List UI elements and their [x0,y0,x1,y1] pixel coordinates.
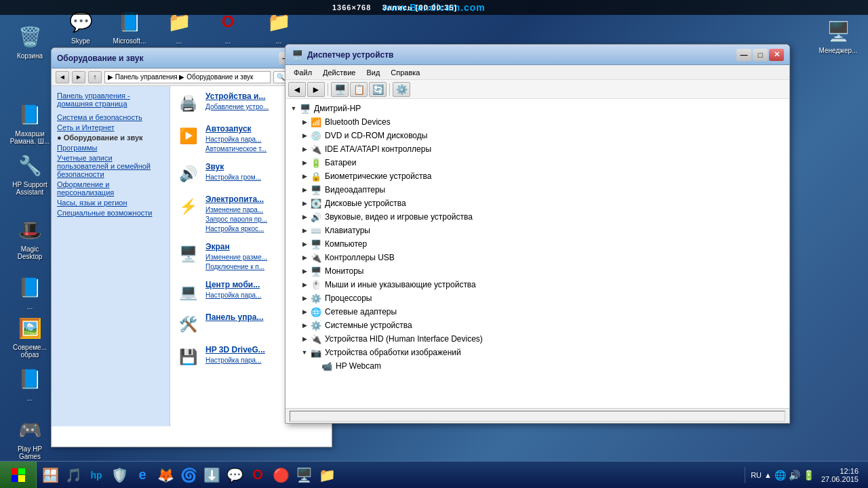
dm-tb-forward[interactable]: ► [307,82,325,97]
tree-bluetooth[interactable]: ▶ 📶 Bluetooth Devices [299,115,787,129]
tree-monitors[interactable]: ▶ 🖥️ Мониторы [299,264,787,278]
cp-sidebar-accounts[interactable]: Учетные записи пользователей и семейной … [57,154,164,178]
dm-menu-action[interactable]: Действие [317,67,361,78]
cp-address-field[interactable]: ▶ Панель управления ▶ Оборудование и зву… [104,71,271,83]
desktop-icon-magic[interactable]: 🎩 Magic Desktop [5,214,54,263]
root-expand-icon[interactable]: ▼ [288,103,299,114]
tree-battery[interactable]: ▶ 🔋 Батареи [299,156,787,169]
cp-up-button[interactable]: ↑ [88,71,102,83]
cp-sound-title[interactable]: Звук [205,162,261,171]
bluetooth-expand-icon[interactable]: ▶ [299,117,310,127]
dvd-expand-icon[interactable]: ▶ [299,130,310,141]
cp-screen-title[interactable]: Экран [205,242,267,251]
video-expand-icon[interactable]: ▶ [299,184,310,195]
cp-home-link[interactable]: Панель управления - домашняя страница [57,92,164,108]
tree-root[interactable]: ▼ 🖥️ Дмитрий-НР [288,102,787,115]
taskbar-icon-security[interactable]: 🛡️ [108,464,130,486]
imaging-expand-icon[interactable]: ▼ [299,347,310,358]
dm-menu-help[interactable]: Справка [385,67,425,78]
desktop-icon-play[interactable]: 🎮 Play HP Games [5,413,54,463]
taskbar-icon-screen[interactable]: 🖥️ [293,464,315,486]
dm-titlebar[interactable]: 🖥️ Диспетчер устройств — □ ✕ [285,45,789,65]
cp-sidebar-accessibility[interactable]: Специальные возможности [57,209,164,217]
dm-close-button[interactable]: ✕ [769,49,784,61]
cp-power-link3[interactable]: Настройка яркос... [205,224,267,234]
taskbar-icon-explorer[interactable]: 🪟 [39,464,61,486]
cp-sidebar-network[interactable]: Сеть и Интернет [57,123,164,131]
usb-expand-icon[interactable]: ▶ [299,252,310,263]
cp-back-button[interactable]: ◄ [56,71,69,83]
cp-autoplay-link1[interactable]: Настройка пара... [205,135,267,144]
desktop-icon-modern[interactable]: 🖼️ Совреме... образ [5,312,54,361]
taskbar-icon-red[interactable]: 🔴 [270,464,292,486]
desktop-icon-word3[interactable]: 📘 ... [5,363,54,405]
dm-minimize-button[interactable]: — [736,49,751,61]
tree-hid[interactable]: ▶ 🔌 Устройства HID (Human Interface Devi… [299,332,787,346]
tray-icon-volume[interactable]: 🔊 [789,470,800,481]
tree-dvd[interactable]: ▶ 💿 DVD и CD-ROM дисководы [299,129,787,142]
taskbar-icon-opera[interactable]: O [247,464,269,486]
taskbar-icon-media[interactable]: 🎵 [62,464,84,486]
cp-hp3d-title[interactable]: HP 3D DriveG... [205,345,265,354]
desktop-icon-manager[interactable]: 🖥️ Менеджер... [814,15,863,57]
taskbar-icon-torrent[interactable]: ⬇️ [201,464,222,486]
sound-expand-icon[interactable]: ▶ [299,211,310,222]
taskbar-icon-hp[interactable]: hp [85,464,107,486]
tree-keyboard[interactable]: ▶ ⌨️ Клавиатуры [299,224,787,237]
desktop-icon-word2[interactable]: 📘 ... [5,271,54,313]
cp-screen-link1[interactable]: Изменение разме... [205,253,267,262]
start-button[interactable] [0,462,37,489]
system-expand-icon[interactable]: ▶ [299,320,310,331]
dm-tb-back[interactable]: ◄ [288,82,306,97]
network-expand-icon[interactable]: ▶ [299,306,310,317]
cp-power-title[interactable]: Электропита... [205,195,267,204]
cp-sidebar-clock[interactable]: Часы, язык и регион [57,199,164,207]
taskbar-icon-firefox[interactable]: 🦊 [155,464,176,486]
tree-webcam[interactable]: ▶ 📹 HP Webcam [310,359,787,373]
cp-sidebar-appearance[interactable]: Оформление и персонализация [57,180,164,197]
cp-mobility-link1[interactable]: Настройка пара... [205,291,261,300]
computer-expand-icon[interactable]: ▶ [299,239,310,249]
tree-usb[interactable]: ▶ 🔌 Контроллеры USB [299,251,787,264]
taskbar-icon-chrome[interactable]: 🌀 [178,464,199,486]
mouse-expand-icon[interactable]: ▶ [299,279,310,290]
dm-tb-properties[interactable]: ⚙️ [393,82,410,97]
hid-expand-icon[interactable]: ▶ [299,333,310,344]
dm-tb-btn3[interactable]: 🔄 [369,82,387,97]
disk-expand-icon[interactable]: ▶ [299,198,310,209]
cp-forward-button[interactable]: ► [72,71,85,83]
dm-tb-btn2[interactable]: 📋 [350,82,368,97]
cp-power-link1[interactable]: Изменение пара... [205,205,267,215]
tree-mouse[interactable]: ▶ 🖱️ Мыши и иные указывающие устройства [299,278,787,291]
desktop-icon-hp-support[interactable]: 🔧 HP Support Assistant [5,149,54,199]
cp-hp3d-link1[interactable]: Настройка пара... [205,356,265,365]
cp-devices-title[interactable]: Устройства и... [205,92,269,101]
ide-expand-icon[interactable]: ▶ [299,144,310,155]
cp-screen-link2[interactable]: Подключение к п... [205,262,267,272]
keyboard-expand-icon[interactable]: ▶ [299,225,310,236]
battery-expand-icon[interactable]: ▶ [299,157,310,168]
cp-autoplay-title[interactable]: Автозапуск [205,124,267,134]
desktop-icon-word[interactable]: 📘 Махарши Рамана. Ш... [5,98,54,148]
tree-ide[interactable]: ▶ 🔌 IDE ATA/ATAPI контроллеры [299,142,787,156]
tray-arrow[interactable]: ▲ [764,471,772,479]
cp-devices-link1[interactable]: Добавление устро... [205,102,269,112]
dm-menu-view[interactable]: Вид [361,67,385,78]
cp-sidebar-system[interactable]: Система и безопасность [57,113,164,121]
tree-network[interactable]: ▶ 🌐 Сетевые адаптеры [299,305,787,319]
desktop-icon-recycle[interactable]: 🗑️ Корзина [5,20,54,62]
cp-sidebar-hardware[interactable]: ● Оборудование и звук [57,134,164,142]
tree-system[interactable]: ▶ ⚙️ Системные устройства [299,319,787,332]
tree-computer[interactable]: ▶ 🖥️ Компьютер [299,237,787,251]
cpu-expand-icon[interactable]: ▶ [299,293,310,304]
cp-power-link2[interactable]: Запрос пароля пр... [205,215,267,224]
tree-imaging[interactable]: ▼ 📷 Устройства обработки изображений [299,346,787,359]
tree-video[interactable]: ▶ 🖥️ Видеоадаптеры [299,183,787,197]
cp-sound-link1[interactable]: Настройка гром... [205,173,261,182]
taskbar-icon-skype[interactable]: 💬 [224,464,245,486]
monitors-expand-icon[interactable]: ▶ [299,266,310,277]
cp-autoplay-link2[interactable]: Автоматическое т... [205,144,267,154]
cp-sidebar-programs[interactable]: Программы [57,144,164,152]
dm-maximize-button[interactable]: □ [753,49,768,61]
taskbar-icon-folder[interactable]: 📁 [316,464,338,486]
